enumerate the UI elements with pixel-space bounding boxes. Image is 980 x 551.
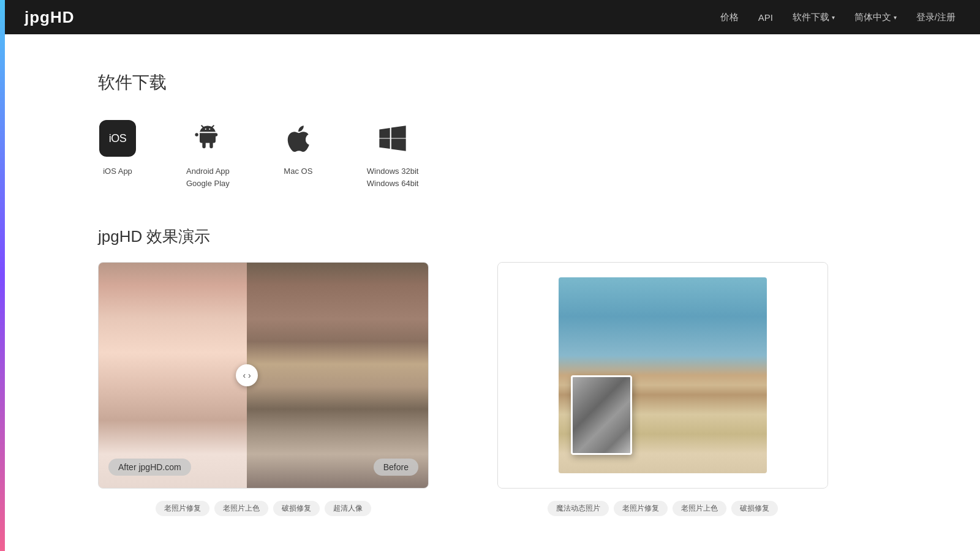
- windows-icon-wrapper: [373, 119, 412, 158]
- demo-card-right: [497, 262, 828, 489]
- tag-old-photo-repair[interactable]: 老照片修复: [156, 501, 209, 516]
- tag-old-photo-color-r[interactable]: 老照片上色: [673, 501, 726, 516]
- download-row: iOS iOS App Android App Google Play: [98, 119, 882, 189]
- page-title: 软件下载: [98, 71, 882, 94]
- tag-damage-repair-r[interactable]: 破损修复: [731, 501, 778, 516]
- windows-icon: [377, 122, 409, 154]
- nav-software-download[interactable]: 软件下载 ▾: [793, 12, 835, 23]
- brand-text-bold: HD: [50, 8, 75, 26]
- nav-links: 价格 API 软件下载 ▾ 简体中文 ▾ 登录/注册: [720, 12, 956, 23]
- tag-old-photo-color[interactable]: 老照片上色: [214, 501, 268, 516]
- slider-handle[interactable]: ‹ ›: [236, 364, 258, 386]
- download-windows[interactable]: Windows 32bit Windows 64bit: [367, 119, 419, 189]
- dropdown-arrow-lang: ▾: [894, 14, 897, 21]
- after-panel: [99, 263, 247, 488]
- android-icon: [192, 122, 224, 154]
- navbar: jpgHD 价格 API 软件下载 ▾ 简体中文 ▾ 登录/注册: [0, 0, 980, 34]
- demo-row: ‹ › After jpgHD.com Before 老照片修复 老照片上色 破…: [98, 262, 882, 516]
- ios-label: iOS App: [103, 165, 132, 178]
- nav-price[interactable]: 价格: [720, 12, 739, 23]
- label-before: Before: [374, 459, 418, 476]
- brand-text-light: jpg: [24, 8, 50, 26]
- tags-left: 老照片修复 老照片上色 破损修复 超清人像: [156, 501, 371, 516]
- tag-magic-motion[interactable]: 魔法动态照片: [548, 501, 609, 516]
- before-panel: [247, 263, 428, 488]
- lincoln-container: [498, 263, 827, 488]
- tags-right: 魔法动态照片 老照片修复 老照片上色 破损修复: [548, 501, 778, 516]
- tag-damage-repair[interactable]: 破损修复: [273, 501, 320, 516]
- macos-label: Mac OS: [284, 165, 312, 178]
- android-icon-wrapper: [188, 119, 227, 158]
- apple-icon: [282, 122, 314, 154]
- main-content: 软件下载 iOS iOS App Android App Google Play: [0, 34, 980, 551]
- dropdown-arrow-download: ▾: [832, 14, 835, 21]
- demo-section-title: jpgHD 效果演示: [98, 226, 882, 247]
- lincoln-main-photo: [559, 277, 767, 473]
- tag-old-photo-repair-r[interactable]: 老照片修复: [614, 501, 668, 516]
- download-macos[interactable]: Mac OS: [279, 119, 318, 178]
- nav-api[interactable]: API: [758, 12, 773, 23]
- nav-login[interactable]: 登录/注册: [916, 12, 956, 23]
- ios-icon-wrapper: iOS: [98, 119, 137, 158]
- tag-super-clear[interactable]: 超清人像: [325, 501, 371, 516]
- apple-icon-wrapper: [279, 119, 318, 158]
- android-label: Android App Google Play: [186, 165, 230, 189]
- female-face-photo: [99, 263, 247, 488]
- label-after: After jpgHD.com: [108, 459, 191, 476]
- lincoln-small-inner: [573, 377, 630, 453]
- nav-language[interactable]: 简体中文 ▾: [854, 12, 897, 23]
- windows-label: Windows 32bit Windows 64bit: [367, 165, 419, 189]
- slider-arrows: ‹ ›: [243, 370, 251, 380]
- demo-card-left: ‹ › After jpgHD.com Before: [98, 262, 429, 489]
- male-face-photo: [247, 263, 428, 488]
- lincoln-small-photo: [571, 375, 632, 455]
- split-container: ‹ › After jpgHD.com Before: [99, 263, 428, 488]
- download-android[interactable]: Android App Google Play: [186, 119, 230, 189]
- download-ios[interactable]: iOS iOS App: [98, 119, 137, 178]
- brand-logo[interactable]: jpgHD: [24, 8, 75, 27]
- ios-icon: iOS: [99, 120, 136, 157]
